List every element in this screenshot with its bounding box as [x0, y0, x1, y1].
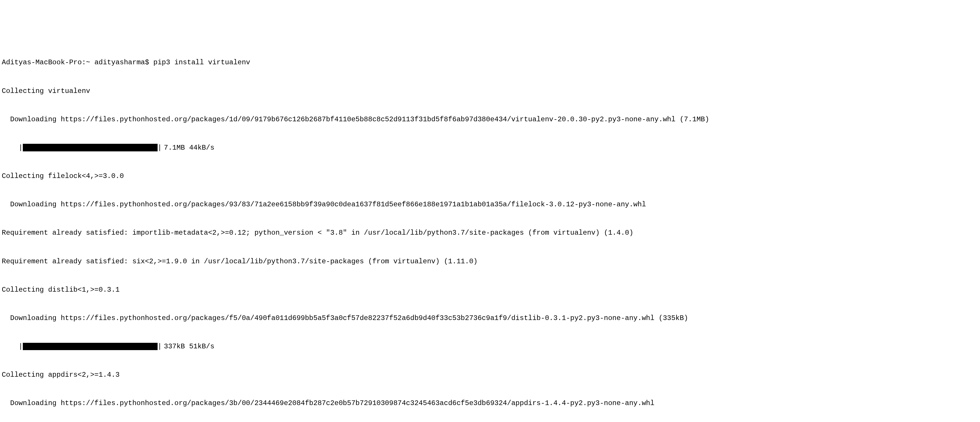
prompt-path: ~: [86, 59, 90, 66]
progress-stats: 7.1MB 44kB/s: [164, 143, 214, 152]
output-line: Collecting appdirs<2,>=1.4.3: [2, 370, 978, 380]
prompt-host: Adityas-MacBook-Pro: [2, 59, 82, 66]
output-line: Downloading https://files.pythonhosted.o…: [2, 115, 978, 124]
progress-stats: 337kB 51kB/s: [164, 342, 214, 351]
terminal-output[interactable]: Adityas-MacBook-Pro:~ adityasharma$ pip3…: [2, 39, 978, 422]
prompt-symbol: $: [145, 59, 149, 66]
progress-pipe-icon: |: [19, 342, 23, 351]
output-line: Requirement already satisfied: importlib…: [2, 228, 978, 238]
progress-bar-fill: [23, 343, 158, 350]
progress-bar-container: | |: [19, 143, 162, 152]
output-line: Downloading https://files.pythonhosted.o…: [2, 314, 978, 323]
output-line: Downloading https://files.pythonhosted.o…: [2, 200, 978, 209]
output-line: Collecting distlib<1,>=0.3.1: [2, 285, 978, 295]
output-line: Requirement already satisfied: six<2,>=1…: [2, 257, 978, 266]
progress-pipe-icon: |: [19, 143, 23, 152]
command-text: pip3 install virtualenv: [153, 59, 250, 66]
output-line: Downloading https://files.pythonhosted.o…: [2, 399, 978, 408]
prompt-user: adityasharma: [94, 59, 145, 66]
progress-row: | | 337kB 51kB/s: [2, 342, 978, 351]
progress-bar-container: | |: [19, 342, 162, 351]
progress-pipe-icon: |: [158, 143, 162, 152]
output-line: Collecting filelock<4,>=3.0.0: [2, 171, 978, 181]
progress-row: | | 7.1MB 44kB/s: [2, 143, 978, 152]
progress-pipe-icon: |: [158, 342, 162, 351]
progress-bar-fill: [23, 144, 158, 151]
prompt-line: Adityas-MacBook-Pro:~ adityasharma$ pip3…: [2, 58, 978, 67]
output-line: Collecting virtualenv: [2, 87, 978, 96]
